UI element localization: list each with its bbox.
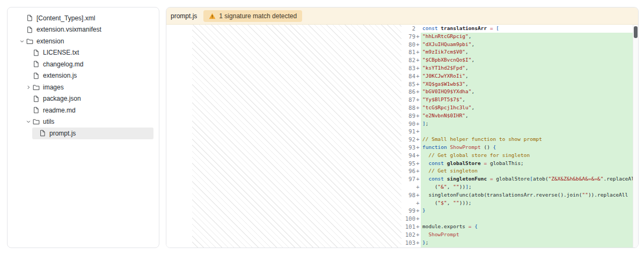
diff-row: 101+module.exports = { xyxy=(401,223,633,231)
diff-row: 96+ // Get singleton xyxy=(401,167,633,175)
diff-line-number: 79+ xyxy=(401,33,421,41)
diff-row: 84+"J0KCJwYXRoIi", xyxy=(401,72,633,80)
diff-code-line: "m9zIik7cm$V0", xyxy=(421,48,633,56)
diff-line-number: 89+ xyxy=(401,112,421,120)
diff-line-number: 97+ xyxy=(401,175,421,183)
diff-code-line: }; xyxy=(421,239,633,247)
diff-row: 104+ xyxy=(401,246,633,248)
tree-item-extension.vsixmanifest[interactable]: extension.vsixmanifest xyxy=(19,24,153,36)
diff-line-number: 91+ xyxy=(401,128,421,136)
diff-line-number: 102+ xyxy=(401,231,421,239)
diff-code-line: ("&", ""))]; xyxy=(421,183,633,191)
tree-item-label: extension.js xyxy=(43,72,77,79)
diff-row: 79+"hhLnRtcGRpcig", xyxy=(401,33,633,41)
diff-line-number: 95+ xyxy=(401,160,421,168)
diff-line-number: 83+ xyxy=(401,64,421,72)
diff-line-number: 100+ xyxy=(401,215,421,223)
diff-line-number: + xyxy=(401,183,421,191)
diff-code-line: ]; xyxy=(421,120,633,128)
diff-line-number: 86+ xyxy=(401,88,421,96)
diff-row: 99+} xyxy=(401,207,633,215)
diff-code-line xyxy=(421,246,633,248)
diff-line-number: 88+ xyxy=(401,104,421,112)
diff-code-line: "bGV0IHQ9$YXdha", xyxy=(421,88,633,96)
chevron-spacer xyxy=(26,107,33,114)
diff-row: 80+"dXJuIHQuam9pbi", xyxy=(401,41,633,49)
diff-code-line: "ksYT1hd2$Fpd", xyxy=(421,64,633,72)
tree-item-prompt.js[interactable]: prompt.js xyxy=(32,128,153,139)
tree-item-label: readme.md xyxy=(43,107,76,114)
signature-warning-badge: 1 signature match detected xyxy=(203,10,302,22)
tree-item-images[interactable]: images xyxy=(26,81,153,93)
chevron-spacer xyxy=(26,49,33,56)
diff-line-number: 98+ xyxy=(401,191,421,199)
diff-code-line: // Small helper function to show prompt xyxy=(421,136,633,144)
tree-item-license.txt[interactable]: LICENSE.txt xyxy=(26,47,153,59)
diff-row: 95+ const globalStore = globalThis; xyxy=(401,160,633,168)
folder-icon xyxy=(33,84,41,91)
chevron-spacer xyxy=(19,26,26,33)
tree-item-readme.md[interactable]: readme.md xyxy=(26,104,153,116)
file-icon xyxy=(39,130,48,137)
diff-code-line: const translationsArr = [ xyxy=(421,25,633,33)
diff-code-line: } xyxy=(421,207,633,215)
chevron-spacer xyxy=(26,95,33,102)
diff-code-line: const singletonFunc = globalStore[atob("… xyxy=(421,175,633,183)
diff-row: 81+"m9zIik7cm$V0", xyxy=(401,48,633,56)
diff-code-line: singletonFunc(atob(translationsArr.rever… xyxy=(421,191,633,199)
diff-code-line: ("$", ""))); xyxy=(421,199,633,207)
diff-row: + ("&", ""))]; xyxy=(401,183,633,191)
tree-item-label: LICENSE.txt xyxy=(43,49,79,56)
diff-row: + ("$", ""))); xyxy=(401,199,633,207)
diff-code-line: "e2NvbnN$0IHR", xyxy=(421,112,633,120)
diff-line-number: 104+ xyxy=(401,246,421,248)
viewer-file-name: prompt.js xyxy=(171,12,197,20)
diff-code-line: "J0KCJwYXRoIi", xyxy=(421,72,633,80)
diff-row: 90+]; xyxy=(401,120,633,128)
warning-text: 1 signature match detected xyxy=(219,12,297,20)
folder-icon xyxy=(26,38,35,45)
tree-item-extension[interactable]: extension xyxy=(19,35,153,47)
scrollbar-thumb[interactable] xyxy=(634,26,638,38)
chevron-down-icon[interactable] xyxy=(26,118,33,125)
diff-line-number: 82+ xyxy=(401,56,421,64)
diff-line-number: 84+ xyxy=(401,72,421,80)
chevron-right-icon[interactable] xyxy=(26,84,33,91)
scrollbar[interactable] xyxy=(633,25,638,248)
diff-row: 103+}; xyxy=(401,239,633,247)
diff-line-number: + xyxy=(401,199,421,207)
file-icon xyxy=(26,14,35,22)
chevron-spacer xyxy=(19,14,26,22)
tree-item-extension.js[interactable]: extension.js xyxy=(26,70,153,82)
diff-row: 102+ ShowPrompt xyxy=(401,231,633,239)
diff-new-pane: 2const translationsArr = [79+"hhLnRtcGRp… xyxy=(401,25,633,248)
diff-row: 86+"bGV0IHQ9$YXdha", xyxy=(401,88,633,96)
diff-row: 100+ xyxy=(401,215,633,223)
diff-row: 82+"$CBpbXBvcnQo$I", xyxy=(401,56,633,64)
file-icon xyxy=(33,61,41,68)
tree-item-changelog.md[interactable]: changelog.md xyxy=(26,58,153,70)
diff-row: 94+ // Get global store for singleton xyxy=(401,152,633,160)
diff-line-number: 85+ xyxy=(401,80,421,88)
tree-item-utils[interactable]: utils xyxy=(26,116,153,128)
diff-old-gutter xyxy=(166,25,192,248)
diff-row: 97+ const singletonFunc = globalStore[at… xyxy=(401,175,633,183)
file-tree-panel: [Content_Types].xmlextension.vsixmanifes… xyxy=(7,7,159,248)
diff-row: 93+function ShowPrompt () { xyxy=(401,144,633,152)
chevron-spacer xyxy=(26,72,33,79)
diff-line-number: 81+ xyxy=(401,48,421,56)
tree-item--content-types-.xml[interactable]: [Content_Types].xml xyxy=(19,12,153,24)
diff-row: 91+ xyxy=(401,128,633,136)
file-tree: [Content_Types].xmlextension.vsixmanifes… xyxy=(19,12,153,139)
diff-row: 92+// Small helper function to show prom… xyxy=(401,136,633,144)
diff-row: 88+"tcG$Rpcj1hc3lu", xyxy=(401,104,633,112)
diff-code-line: "$CBpbXBvcnQo$I", xyxy=(421,56,633,64)
diff-code-line: "tcG$Rpcj1hc3lu", xyxy=(421,104,633,112)
tree-item-label: images xyxy=(43,84,64,91)
diff-line-number: 103+ xyxy=(401,239,421,247)
diff-line-number: 96+ xyxy=(401,167,421,175)
diff-row: 2const translationsArr = [ xyxy=(401,25,633,33)
chevron-spacer xyxy=(32,130,39,137)
tree-item-package.json[interactable]: package.json xyxy=(26,93,153,105)
chevron-down-icon[interactable] xyxy=(19,38,26,45)
